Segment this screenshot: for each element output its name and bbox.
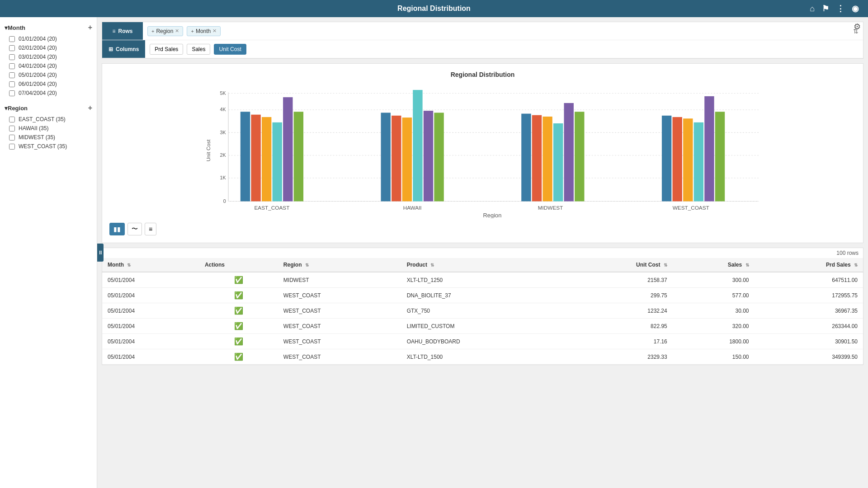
action-check-icon[interactable]: ✅ bbox=[234, 307, 243, 314]
user-icon[interactable]: ◉ bbox=[852, 4, 859, 14]
bar bbox=[251, 115, 260, 202]
month-checkbox-7[interactable] bbox=[9, 90, 15, 96]
action-check-icon[interactable]: ✅ bbox=[234, 338, 243, 345]
list-item: 02/01/2004 (20) bbox=[0, 43, 97, 52]
bar bbox=[521, 114, 531, 202]
svg-text:HAWAII: HAWAII bbox=[403, 205, 422, 211]
bar bbox=[294, 112, 303, 201]
action-check-icon[interactable]: ✅ bbox=[234, 291, 243, 299]
prd-sales-button[interactable]: Prd Sales bbox=[150, 44, 183, 55]
list-item: EAST_COAST (35) bbox=[0, 115, 97, 124]
bar bbox=[413, 90, 422, 201]
bar bbox=[694, 122, 703, 202]
chart-controls: ▮▮ 〜 ≡ bbox=[109, 223, 856, 235]
sidebar-month-label: Month bbox=[8, 24, 88, 31]
table-row: 05/01/2004 ✅ WEST_COAST LIMITED_CUSTOM 8… bbox=[102, 319, 863, 334]
chip-plus-icon: + bbox=[191, 28, 193, 34]
cell-unit-cost: 1232.24 bbox=[566, 303, 673, 319]
sidebar-month-items: 01/01/2004 (20) 02/01/2004 (20) 03/01/20… bbox=[0, 34, 97, 98]
sidebar-region-section[interactable]: ▾ Region + bbox=[0, 101, 97, 115]
sidebar-collapse-handle[interactable]: ⏸ bbox=[97, 244, 104, 262]
table-chart-button[interactable]: ≡ bbox=[145, 223, 156, 235]
month-chip-remove[interactable]: ✕ bbox=[212, 28, 217, 34]
region-checkbox-2[interactable] bbox=[9, 126, 15, 131]
cell-prd-sales: 172955.75 bbox=[755, 288, 863, 303]
list-item: 06/01/2004 (20) bbox=[0, 80, 97, 89]
cell-sales: 577.00 bbox=[673, 288, 755, 303]
region-checkbox-1[interactable] bbox=[9, 117, 15, 122]
cell-month: 05/01/2004 bbox=[102, 319, 199, 334]
bar bbox=[283, 97, 292, 201]
settings-icon[interactable]: ⚙ bbox=[854, 22, 861, 32]
cell-sales: 300.00 bbox=[673, 272, 755, 288]
cell-prd-sales: 263344.00 bbox=[755, 319, 863, 334]
col-unit-cost[interactable]: Unit Cost ⇅ bbox=[566, 258, 673, 272]
cell-month: 05/01/2004 bbox=[102, 288, 199, 303]
svg-text:1K: 1K bbox=[220, 175, 226, 180]
col-prd-sales[interactable]: Prd Sales ⇅ bbox=[755, 258, 863, 272]
rows-icon: ≡ bbox=[112, 28, 115, 34]
month-checkbox-4[interactable] bbox=[9, 63, 15, 69]
sidebar-region-add[interactable]: + bbox=[88, 104, 92, 112]
month-checkbox-1[interactable] bbox=[9, 36, 15, 42]
col-month[interactable]: Month ⇅ bbox=[102, 258, 199, 272]
bar bbox=[704, 96, 714, 202]
region-checkbox-3[interactable] bbox=[9, 135, 15, 141]
bar-chart-button[interactable]: ▮▮ bbox=[109, 223, 125, 235]
sidebar-month-section[interactable]: ▾ Month + bbox=[0, 21, 97, 34]
bar bbox=[553, 123, 563, 202]
month-checkbox-2[interactable] bbox=[9, 45, 15, 51]
svg-text:EAST_COAST: EAST_COAST bbox=[255, 205, 290, 211]
columns-icon: ⊞ bbox=[108, 46, 113, 52]
sort-arrow-region: ⇅ bbox=[305, 263, 309, 267]
cell-prd-sales: 647511.00 bbox=[755, 272, 863, 288]
flag-icon[interactable]: ⚑ bbox=[822, 4, 829, 14]
bar-chart: Unit Cost 0 1K 2K 3K 4K 5K bbox=[109, 83, 856, 218]
sidebar-region-label: Region bbox=[8, 105, 88, 112]
region-chip-label: Region bbox=[156, 28, 173, 34]
month-checkbox-5[interactable] bbox=[9, 72, 15, 78]
list-item: 01/01/2004 (20) bbox=[0, 34, 97, 43]
svg-text:3K: 3K bbox=[220, 130, 226, 135]
sales-button[interactable]: Sales bbox=[187, 44, 210, 55]
sort-arrow-sales: ⇅ bbox=[745, 263, 749, 267]
cell-region: WEST_COAST bbox=[278, 349, 401, 365]
svg-text:5K: 5K bbox=[220, 90, 226, 96]
sort-arrow-product: ⇅ bbox=[430, 263, 434, 267]
cell-unit-cost: 2158.37 bbox=[566, 272, 673, 288]
main-content: ⚙ ≡ Rows + Region ✕ + Month bbox=[97, 17, 868, 488]
sidebar-month-add[interactable]: + bbox=[88, 23, 92, 32]
rows-count: 100 rows bbox=[102, 248, 863, 258]
region-chip[interactable]: + Region ✕ bbox=[147, 26, 183, 36]
cell-region: WEST_COAST bbox=[278, 334, 401, 349]
action-check-icon[interactable]: ✅ bbox=[234, 353, 243, 361]
cell-prd-sales: 349399.50 bbox=[755, 349, 863, 365]
col-sales[interactable]: Sales ⇅ bbox=[673, 258, 755, 272]
svg-text:WEST_COAST: WEST_COAST bbox=[673, 205, 709, 211]
cell-sales: 1800.00 bbox=[673, 334, 755, 349]
cell-product: OAHU_BODYBOARD bbox=[401, 334, 566, 349]
region-checkbox-4[interactable] bbox=[9, 144, 15, 150]
more-options-icon[interactable]: ⋮ bbox=[836, 4, 844, 14]
bar bbox=[241, 112, 250, 201]
cell-region: MIDWEST bbox=[278, 272, 401, 288]
month-checkbox-3[interactable] bbox=[9, 54, 15, 60]
month-chip[interactable]: + Month ✕ bbox=[187, 26, 221, 36]
cell-product: XLT-LTD_1250 bbox=[401, 272, 566, 288]
region-chip-remove[interactable]: ✕ bbox=[175, 28, 179, 34]
sidebar-region-items: EAST_COAST (35) HAWAII (35) MIDWEST (35)… bbox=[0, 115, 97, 151]
list-item: WEST_COAST (35) bbox=[0, 142, 97, 151]
line-chart-button[interactable]: 〜 bbox=[127, 223, 142, 235]
sidebar-region-arrow: ▾ bbox=[5, 105, 8, 112]
unit-cost-button[interactable]: Unit Cost bbox=[214, 44, 246, 55]
table-row: 05/01/2004 ✅ WEST_COAST DNA_BIOLITE_37 2… bbox=[102, 288, 863, 303]
col-region[interactable]: Region ⇅ bbox=[278, 258, 401, 272]
rows-label: ≡ Rows bbox=[102, 22, 143, 40]
action-check-icon[interactable]: ✅ bbox=[234, 276, 243, 284]
action-check-icon[interactable]: ✅ bbox=[234, 322, 243, 330]
measure-chips: Prd Sales Sales Unit Cost bbox=[145, 41, 863, 57]
home-icon[interactable]: ⌂ bbox=[810, 4, 815, 14]
cell-sales: 30.00 bbox=[673, 303, 755, 319]
month-checkbox-6[interactable] bbox=[9, 81, 15, 87]
col-product[interactable]: Product ⇅ bbox=[401, 258, 566, 272]
